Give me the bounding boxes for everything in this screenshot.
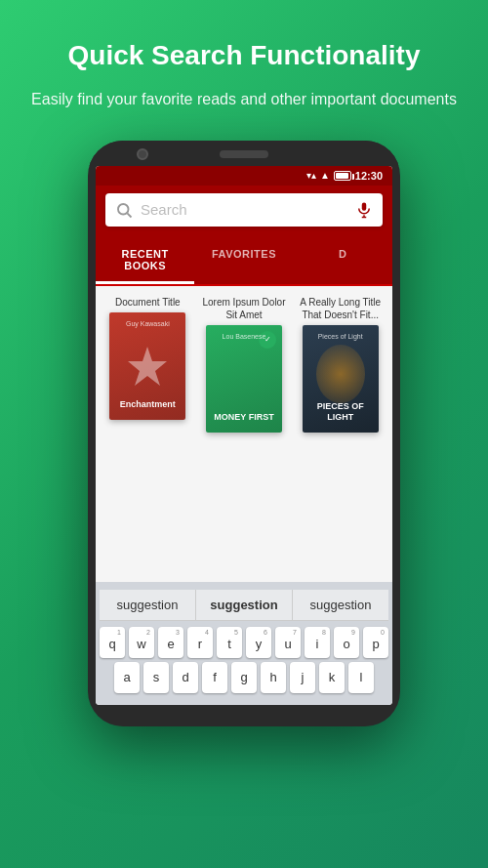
battery-icon — [334, 171, 351, 181]
key-o[interactable]: 9o — [334, 627, 359, 658]
search-input[interactable]: Search — [141, 201, 347, 218]
key-r[interactable]: 4r — [187, 627, 213, 658]
key-i[interactable]: 8i — [305, 627, 330, 658]
key-h[interactable]: h — [261, 662, 286, 693]
suggestions-row: suggestion suggestion suggestion — [100, 590, 388, 621]
key-p[interactable]: 0p — [363, 627, 388, 658]
suggestion-3[interactable]: suggestion — [293, 590, 388, 620]
wifi-icon: ▾▴ — [306, 170, 316, 181]
book-item-3[interactable]: A Really Long Title That Doesn't Fit... … — [296, 296, 385, 572]
key-j[interactable]: j — [290, 662, 315, 693]
page-subtitle: Easily find your favorite reads and othe… — [31, 88, 457, 111]
key-u[interactable]: 7u — [275, 627, 301, 658]
book-title-1: Document Title — [115, 296, 181, 309]
tabs-bar: RECENT BOOKS FAVORITES D — [96, 238, 392, 286]
tab-recent-books[interactable]: RECENT BOOKS — [96, 238, 194, 284]
key-e[interactable]: 3e — [158, 627, 183, 658]
phone-top-bar — [88, 141, 400, 166]
svg-rect-2 — [362, 202, 367, 210]
signal-icon: ▲ — [320, 170, 330, 181]
header-section: Quick Search Functionality Easily find y… — [2, 0, 486, 131]
search-icon — [115, 201, 133, 219]
status-icons: ▾▴ ▲ 12:30 — [306, 170, 383, 182]
key-a[interactable]: a — [114, 662, 140, 693]
suggestion-2[interactable]: suggestion — [196, 590, 293, 620]
keyboard-row-1: 1q 2w 3e 4r 5t 6y 7u 8i 9o 0p — [100, 627, 388, 658]
book-title-2: Lorem Ipsum Dolor Sit Amet — [200, 296, 289, 321]
mic-icon[interactable] — [355, 201, 373, 219]
phone-mockup: ▾▴ ▲ 12:30 Search — [88, 141, 400, 726]
books-grid: Document Title Guy Kawasaki Enchantment … — [96, 286, 392, 582]
tab-partial[interactable]: D — [294, 238, 392, 284]
suggestion-1[interactable]: suggestion — [100, 590, 196, 620]
book-item-1[interactable]: Document Title Guy Kawasaki Enchantment — [103, 296, 192, 572]
key-g[interactable]: g — [231, 662, 257, 693]
svg-line-1 — [127, 213, 131, 217]
key-t[interactable]: 5t — [217, 627, 242, 658]
key-d[interactable]: d — [173, 662, 198, 693]
search-bar-container: Search — [96, 186, 392, 238]
key-f[interactable]: f — [202, 662, 227, 693]
book-author-1: Guy Kawasaki — [109, 320, 185, 327]
book-author-2: Lou Basenese — [206, 333, 282, 340]
phone-screen: ▾▴ ▲ 12:30 Search — [96, 166, 392, 705]
search-bar[interactable]: Search — [105, 193, 383, 227]
keyboard-area: suggestion suggestion suggestion 1q 2w 3… — [96, 582, 392, 705]
page-title: Quick Search Functionality — [31, 39, 457, 72]
svg-point-0 — [118, 204, 129, 215]
book-item-2[interactable]: Lorem Ipsum Dolor Sit Amet Lou Basenese … — [200, 296, 289, 572]
key-l[interactable]: l — [348, 662, 374, 693]
book-cover-2[interactable]: Lou Basenese MONEY FIRST — [206, 325, 282, 433]
book-author-3: Pieces of Light — [303, 333, 379, 340]
status-time: 12:30 — [355, 170, 383, 182]
book-title-3: A Really Long Title That Doesn't Fit... — [296, 296, 385, 321]
tab-favorites[interactable]: FAVORITES — [194, 238, 293, 284]
book-cover-text-1: Enchantment — [109, 399, 185, 410]
keyboard-row-2: a s d f g h j k l — [100, 662, 388, 693]
key-y[interactable]: 6y — [246, 627, 271, 658]
phone-speaker — [220, 150, 268, 158]
key-s[interactable]: s — [143, 662, 169, 693]
book-cover-1[interactable]: Guy Kawasaki Enchantment — [109, 312, 185, 420]
book-cover-text-3: PIECES OF LIGHT — [303, 401, 379, 423]
status-bar: ▾▴ ▲ 12:30 — [96, 166, 392, 186]
book-cover-3[interactable]: Pieces of Light PIECES OF LIGHT — [303, 325, 379, 433]
key-q[interactable]: 1q — [100, 627, 125, 658]
phone-frame: ▾▴ ▲ 12:30 Search — [88, 141, 400, 726]
key-k[interactable]: k — [319, 662, 345, 693]
phone-camera — [137, 148, 148, 160]
key-w[interactable]: 2w — [129, 627, 154, 658]
book-cover-text-2: MONEY FIRST — [206, 412, 282, 423]
